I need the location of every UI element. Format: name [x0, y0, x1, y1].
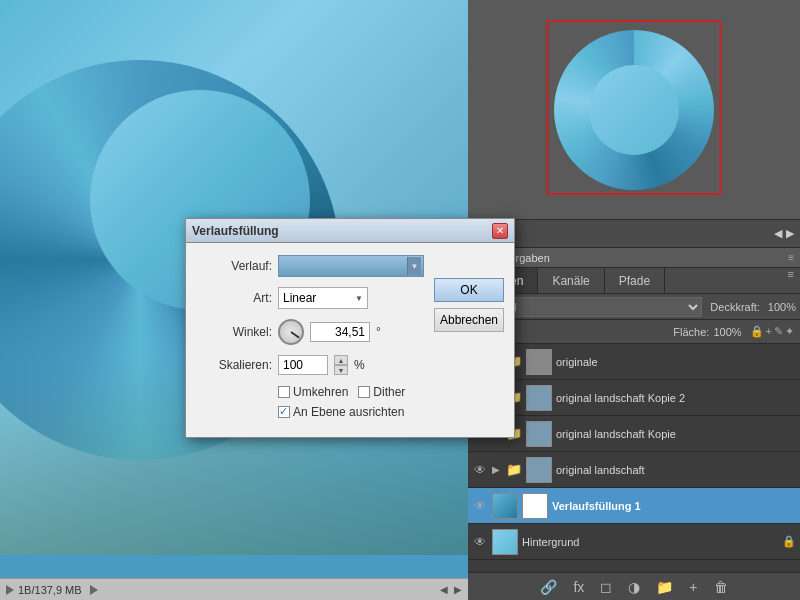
zoom-controls: ◀ ▶	[440, 584, 462, 595]
step-up-btn[interactable]: ▲	[334, 355, 348, 365]
fill-label: Fläche:	[673, 326, 709, 338]
skalieren-container: ▲ ▼ %	[278, 355, 365, 375]
adjustment-btn[interactable]: ◑	[624, 577, 644, 597]
lock-icon: 🔒	[782, 535, 796, 548]
layers-list: 👁 ▶ 📁 originale 👁 ▶ 📁 original landschaf…	[468, 344, 800, 572]
layer-thumb	[492, 493, 518, 519]
tab-menu-btn[interactable]: ≡	[782, 268, 800, 293]
step-down-btn[interactable]: ▼	[334, 365, 348, 375]
art-dropdown[interactable]: Linear ▼	[278, 287, 368, 309]
layer-row[interactable]: 👁 ▶ 📁 original landschaft Kopie 2	[468, 380, 800, 416]
thumbnail-area	[468, 0, 800, 220]
skalieren-input[interactable]	[278, 355, 328, 375]
layer-eye[interactable]: 👁	[472, 534, 488, 550]
panel-header-strip: Pinselvorgaben ≡	[468, 248, 800, 268]
dialog-close-btn[interactable]: ✕	[492, 223, 508, 239]
zoom-left-arrow[interactable]: ◀	[774, 227, 782, 240]
layer-thumb	[526, 421, 552, 447]
art-dropdown-arrow: ▼	[355, 294, 363, 303]
zoom-right-arrow[interactable]: ▶	[786, 227, 794, 240]
verlauf-dropdown-arrow: ▼	[407, 257, 421, 275]
winkel-container: °	[278, 319, 381, 345]
layer-name: original landschaft	[556, 464, 796, 476]
fx-btn[interactable]: fx	[569, 577, 588, 597]
folder-btn[interactable]: 📁	[652, 577, 677, 597]
delete-btn[interactable]: 🗑	[710, 577, 732, 597]
ok-button[interactable]: OK	[434, 278, 504, 302]
angle-line	[290, 331, 299, 338]
checkbox-row-2: An Ebene ausrichten	[202, 405, 424, 419]
panel-menu-btn[interactable]: ≡	[788, 252, 794, 263]
winkel-row: Winkel: °	[202, 319, 424, 345]
layer-thumb	[526, 349, 552, 375]
angle-input[interactable]	[310, 322, 370, 342]
cancel-button[interactable]: Abbrechen	[434, 308, 504, 332]
dither-label[interactable]: Dither	[358, 385, 405, 399]
layer-star-icon: ✦	[785, 325, 794, 338]
art-row: Art: Linear ▼	[202, 287, 424, 309]
layer-row[interactable]: 👁 Hintergrund 🔒	[468, 524, 800, 560]
layer-mask-thumb	[522, 493, 548, 519]
dialog-title: Verlaufsfüllung	[192, 224, 279, 238]
layer-name: Hintergrund	[522, 536, 778, 548]
skalieren-stepper: ▲ ▼	[334, 355, 348, 375]
layer-pen-icon: ✎	[774, 325, 783, 338]
layer-lock-icon: 🔒	[750, 325, 764, 338]
mask-btn[interactable]: ◻	[596, 577, 616, 597]
right-panel: 50% ◀ ▶ Pinselvorgaben ≡ Ebenen Kanäle P…	[468, 0, 800, 600]
layer-name-active: Verlaufsfüllung 1	[552, 500, 796, 512]
angle-dial[interactable]	[278, 319, 304, 345]
opacity-value: 100%	[768, 301, 796, 313]
folder-icon: 📁	[506, 462, 522, 477]
tab-row: Ebenen Kanäle Pfade ≡	[468, 268, 800, 294]
layer-thumb	[526, 385, 552, 411]
ausrichten-label[interactable]: An Ebene ausrichten	[278, 405, 404, 419]
layer-name: originale	[556, 356, 796, 368]
tab-pfade[interactable]: Pfade	[605, 268, 665, 293]
winkel-label: Winkel:	[202, 325, 272, 339]
umkehren-checkbox[interactable]	[278, 386, 290, 398]
status-text: 1B/137,9 MB	[18, 584, 82, 596]
zoom-arrows-right[interactable]: ▶	[454, 584, 462, 595]
dialog-buttons: OK Abbrechen	[434, 278, 504, 332]
layer-row[interactable]: 👁 ▶ 📁 original landschaft	[468, 452, 800, 488]
verlauf-dialog: Verlaufsfüllung ✕ OK Abbrechen Verlauf: …	[185, 218, 515, 438]
zoom-arrows-left[interactable]: ◀	[440, 584, 448, 595]
layer-name: original landschaft Kopie 2	[556, 392, 796, 404]
art-value: Linear	[283, 291, 316, 305]
checkbox-row-1: Umkehren Dither	[202, 385, 424, 399]
tab-spacer	[665, 268, 781, 293]
skalieren-row: Skalieren: ▲ ▼ %	[202, 355, 424, 375]
layer-row-active[interactable]: 👁 Verlaufsfüllung 1	[468, 488, 800, 524]
layer-move-icon: +	[766, 325, 772, 338]
skalieren-label: Skalieren:	[202, 358, 272, 372]
layer-row[interactable]: 👁 ▶ 📁 originale	[468, 344, 800, 380]
dither-checkbox[interactable]	[358, 386, 370, 398]
layer-fill-row: Filtern: Fläche: 100% 🔒 + ✎ ✦	[468, 320, 800, 344]
percent-label: %	[354, 358, 365, 372]
verlauf-dropdown[interactable]: ▼	[278, 255, 424, 277]
zoom-bar: 50% ◀ ▶	[468, 220, 800, 248]
degree-symbol: °	[376, 325, 381, 339]
status-bar: 1B/137,9 MB ◀ ▶	[0, 578, 468, 600]
opacity-label: Deckkraft:	[710, 301, 760, 313]
zoom-nav: ◀ ▶	[774, 227, 794, 240]
layer-eye[interactable]: 👁	[472, 498, 488, 514]
ausrichten-checkbox[interactable]	[278, 406, 290, 418]
link-btn[interactable]: 🔗	[536, 577, 561, 597]
layer-row[interactable]: 👁 ▶ 📁 original landschaft Kopie	[468, 416, 800, 452]
expand-arrow[interactable]: ▶	[492, 464, 500, 475]
layer-bottom-bar: 🔗 fx ◻ ◑ 📁 + 🗑	[468, 572, 800, 600]
layer-thumb	[526, 457, 552, 483]
layer-mode-row: Normal Deckkraft: 100%	[468, 294, 800, 320]
layer-eye[interactable]: 👁	[472, 462, 488, 478]
new-layer-btn[interactable]: +	[685, 577, 701, 597]
art-label: Art:	[202, 291, 272, 305]
tab-kanaele[interactable]: Kanäle	[538, 268, 604, 293]
status-arrow-right[interactable]	[90, 585, 98, 595]
status-arrow-left[interactable]	[6, 585, 14, 595]
dialog-titlebar[interactable]: Verlaufsfüllung ✕	[186, 219, 514, 243]
umkehren-label[interactable]: Umkehren	[278, 385, 348, 399]
layer-thumb	[492, 529, 518, 555]
thumbnail-red-border	[547, 20, 722, 195]
